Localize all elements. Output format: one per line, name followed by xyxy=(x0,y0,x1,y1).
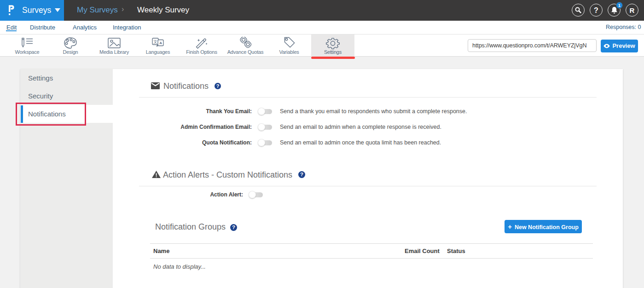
svg-text:文: 文 xyxy=(153,40,157,44)
svg-text:A: A xyxy=(159,41,162,45)
